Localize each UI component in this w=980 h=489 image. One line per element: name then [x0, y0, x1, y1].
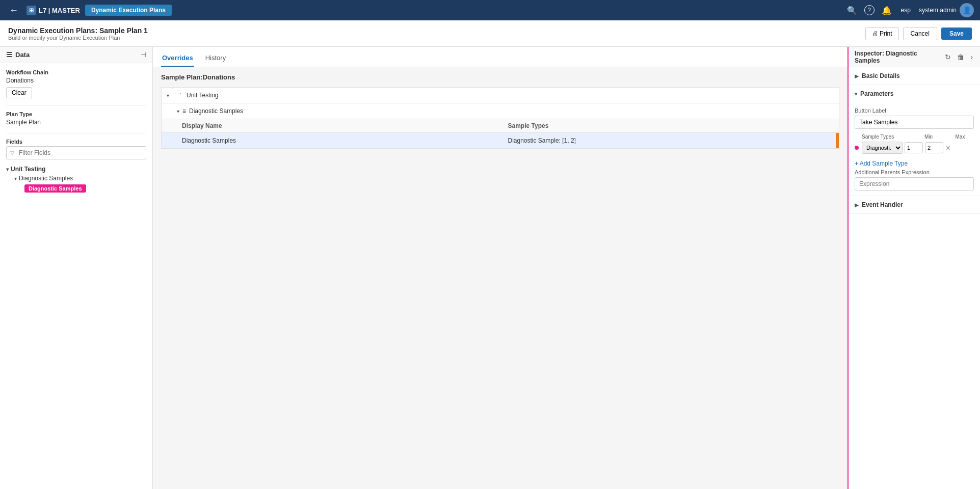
plan-type-label: Plan Type: [6, 111, 146, 117]
table-row[interactable]: Diagnostic Samples Diagnostic Sample: [1…: [161, 133, 839, 149]
add-sample-type-button[interactable]: + Add Sample Type: [855, 158, 908, 169]
chevron-right-icon: ▶: [855, 73, 859, 79]
unit-testing-group: ▾ ⋮⋮ Unit Testing ▾ ≡ Diagnostic Samples…: [161, 87, 839, 149]
plan-type-group: Plan Type Sample Plan: [6, 111, 146, 126]
inspector-header: Inspector: Diagnostic Samples ↻ 🗑 ›: [849, 47, 980, 67]
tabs-bar: Overrides History: [153, 47, 847, 67]
app-logo: ⊞ L7 | MASTER: [27, 6, 80, 15]
workflow-chain-group: Workflow Chain Donations Clear: [6, 69, 146, 98]
row-indicator: [836, 133, 839, 148]
sample-type-column-labels: Sample Types Min Max: [862, 134, 974, 140]
tree-table: ▾ ⋮⋮ Unit Testing ▾ ≡ Diagnostic Samples…: [161, 87, 839, 149]
sample-plan-value: Donations: [203, 73, 235, 81]
row-sample-types: Diagnostic Sample: [1, 2]: [508, 137, 834, 144]
workflow-chain-label: Workflow Chain: [6, 69, 146, 75]
page-subtitle: Build or modify your Dynamic Execution P…: [8, 35, 148, 41]
sidebar-header: ☰ Data ⊣: [0, 47, 152, 63]
basic-details-label: Basic Details: [862, 72, 900, 79]
cancel-button[interactable]: Cancel: [903, 27, 937, 40]
top-nav: ← ⊞ L7 | MASTER Dynamic Execution Plans …: [0, 0, 980, 20]
basic-details-header[interactable]: ▶ Basic Details: [849, 67, 980, 85]
search-icon[interactable]: 🔍: [847, 6, 857, 15]
clear-button[interactable]: Clear: [6, 87, 32, 98]
parameters-label: Parameters: [860, 90, 893, 97]
chevron-down-icon: ▾: [14, 176, 17, 181]
sample-type-delete-button[interactable]: ✕: [945, 144, 951, 152]
column-headers: Display Name Sample Types: [161, 119, 839, 133]
sample-type-inputs: Diagnosti... ✕: [862, 142, 951, 154]
diagnostic-samples-label: Diagnostic Samples: [189, 107, 243, 115]
main-layout: ☰ Data ⊣ Workflow Chain Donations Clear …: [0, 47, 980, 489]
plan-type-value: Sample Plan: [6, 119, 146, 126]
additional-parents-input[interactable]: [855, 177, 974, 191]
hamburger-icon[interactable]: ☰: [6, 51, 12, 59]
additional-parents-label: Additional Parents Expression: [855, 169, 974, 175]
chevron-down-icon: ▾: [6, 167, 9, 172]
user-name: system admin: [919, 7, 957, 14]
delete-button[interactable]: 🗑: [956, 53, 965, 61]
collapse-sidebar-icon[interactable]: ⊣: [141, 51, 146, 59]
chevron-down-icon: ▾: [177, 108, 179, 114]
fields-group: Fields ▽ ▾ Unit Testing ▾ Diagnostic Sam…: [6, 139, 146, 193]
help-icon[interactable]: ?: [864, 5, 875, 15]
filter-fields-input[interactable]: [6, 146, 146, 159]
sample-plan-prefix: Sample Plan:: [161, 73, 203, 81]
grid-icon: ⋮⋮: [172, 92, 183, 99]
sample-type-min-input[interactable]: [905, 142, 923, 153]
button-label-label: Button Label: [855, 107, 974, 114]
parameters-header[interactable]: ▾ Parameters: [849, 85, 980, 102]
logo-icon: ⊞: [27, 6, 36, 15]
nav-icons: 🔍 ? 🔔: [847, 5, 892, 15]
sample-plan-header: Sample Plan:Donations: [161, 73, 839, 81]
event-handler-section: ▶ Event Handler: [849, 196, 980, 214]
chevron-down-icon: ▾: [167, 93, 169, 98]
page-title: Dynamic Execution Plans: Sample Plan 1: [8, 26, 148, 35]
sample-type-select[interactable]: Diagnosti...: [862, 142, 903, 154]
back-button[interactable]: ←: [6, 5, 21, 16]
page-header: Dynamic Execution Plans: Sample Plan 1 B…: [0, 20, 980, 47]
list-icon: ≡: [182, 107, 186, 115]
sidebar-data-label: ☰ Data: [6, 51, 30, 59]
max-col-label: Max: [956, 134, 974, 140]
refresh-button[interactable]: ↻: [944, 53, 952, 61]
user-info: system admin 👤: [919, 3, 974, 17]
fields-label: Fields: [6, 139, 146, 145]
sample-type-row: Diagnosti... ✕: [855, 142, 974, 154]
avatar: 👤: [960, 3, 974, 17]
chevron-right-icon: ▶: [855, 202, 859, 208]
unit-testing-header[interactable]: ▾ ⋮⋮ Unit Testing: [161, 87, 839, 103]
next-button[interactable]: ›: [969, 53, 974, 61]
event-handler-header[interactable]: ▶ Event Handler: [849, 196, 980, 213]
sample-types-col-label: Sample Types: [862, 134, 899, 140]
print-button[interactable]: 🖨 Print: [865, 27, 899, 40]
parameters-section: ▾ Parameters Button Label Sample Types M…: [849, 85, 980, 196]
filter-icon: ▽: [10, 150, 14, 156]
col-sample-types: Sample Types: [508, 122, 834, 129]
tab-history[interactable]: History: [204, 50, 227, 67]
col-display-name: Display Name: [182, 122, 508, 129]
sidebar-item-diagnostic-samples-parent[interactable]: ▾ Diagnostic Samples: [6, 174, 146, 183]
inspector-content: ▶ Basic Details ▾ Parameters Button Labe…: [849, 67, 980, 489]
save-button[interactable]: Save: [941, 28, 972, 40]
notifications-icon[interactable]: 🔔: [882, 6, 892, 15]
row-display-name: Diagnostic Samples: [182, 137, 508, 144]
sidebar: ☰ Data ⊣ Workflow Chain Donations Clear …: [0, 47, 153, 489]
title-block: Dynamic Execution Plans: Sample Plan 1 B…: [8, 26, 148, 41]
button-label-input[interactable]: [855, 116, 974, 129]
inspector-panel: Inspector: Diagnostic Samples ↻ 🗑 › ▶ Ba…: [847, 47, 980, 489]
min-col-label: Min: [924, 134, 943, 140]
app-name: L7 | MASTER: [39, 7, 80, 14]
inspector-title: Inspector: Diagnostic Samples: [855, 50, 944, 64]
unit-testing-label: Unit Testing: [187, 92, 218, 99]
tab-overrides[interactable]: Overrides: [161, 50, 194, 67]
sample-type-max-input[interactable]: [925, 142, 943, 153]
language-label: esp: [901, 7, 911, 14]
sample-type-dot: [855, 146, 859, 150]
page-badge: Dynamic Execution Plans: [85, 5, 172, 16]
sidebar-item-unit-testing[interactable]: ▾ Unit Testing: [6, 165, 146, 174]
sidebar-item-diagnostic-samples-badge[interactable]: Diagnostic Samples: [6, 184, 146, 193]
chevron-down-icon: ▾: [855, 91, 857, 97]
diagnostic-samples-header[interactable]: ▾ ≡ Diagnostic Samples: [161, 103, 839, 119]
diagnostic-samples-badge: Diagnostic Samples: [24, 184, 86, 193]
parameters-body: Button Label Sample Types Min Max Diagno…: [849, 102, 980, 196]
